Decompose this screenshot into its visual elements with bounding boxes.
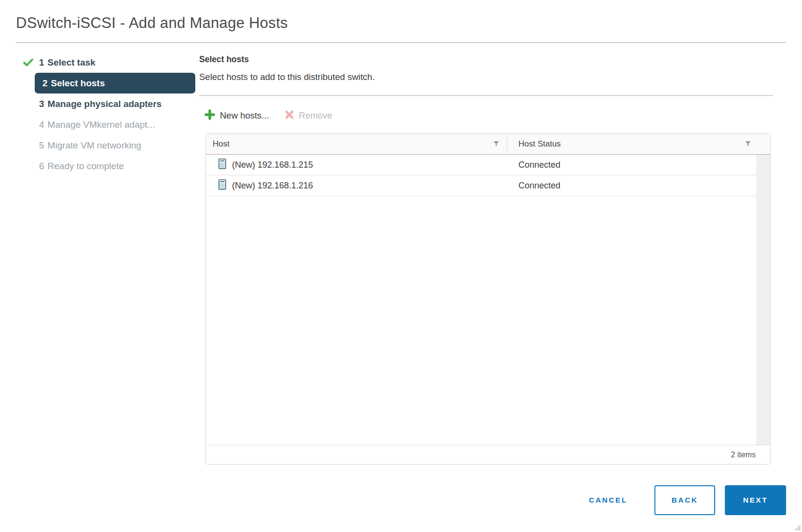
title-divider	[16, 42, 786, 43]
back-button[interactable]: BACK	[654, 485, 715, 515]
table-row[interactable]: (New) 192.168.1.215 Connected	[206, 155, 770, 175]
filter-icon[interactable]	[493, 139, 499, 149]
table-scrollbar[interactable]	[757, 155, 770, 445]
table-header: Host Host Status	[206, 134, 770, 155]
section-divider	[199, 95, 773, 96]
cancel-button[interactable]: CANCEL	[577, 485, 639, 515]
remove-x-icon	[285, 110, 294, 122]
remove-label: Remove	[299, 110, 332, 121]
new-hosts-button[interactable]: New hosts...	[204, 109, 269, 122]
step-label: Select hosts	[51, 78, 105, 88]
wizard-step-list: 1Select task 2Select hosts 3Manage physi…	[23, 52, 195, 176]
column-header-host-status[interactable]: Host Status	[507, 134, 770, 154]
step-label: Manage VMkernel adapt...	[48, 120, 155, 130]
step-select-hosts[interactable]: 2Select hosts	[23, 73, 195, 93]
step-manage-physical-adapters[interactable]: 3Manage physical adapters	[23, 93, 195, 114]
step-label: Ready to complete	[48, 161, 124, 171]
next-button[interactable]: NEXT	[725, 485, 786, 515]
new-hosts-label: New hosts...	[220, 110, 269, 121]
host-status: Connected	[507, 160, 770, 170]
check-icon	[23, 58, 34, 67]
host-icon	[218, 159, 226, 172]
items-count: 2 items	[731, 451, 756, 459]
column-header-host[interactable]: Host	[206, 134, 507, 154]
add-and-manage-hosts-dialog: DSwitch-iSCSI - Add and Manage Hosts 1Se…	[0, 0, 802, 532]
hosts-toolbar: New hosts... Remove	[204, 106, 332, 125]
step-number: 2	[42, 78, 48, 88]
table-footer: 2 items	[206, 445, 770, 464]
step-label: Migrate VM networking	[48, 140, 141, 150]
page-title: DSwitch-iSCSI - Add and Manage Hosts	[16, 14, 288, 32]
resize-grip-icon[interactable]	[793, 523, 801, 531]
step-label: Manage physical adapters	[48, 99, 162, 109]
section-title: Select hosts	[199, 54, 249, 65]
step-select-task[interactable]: 1Select task	[23, 52, 195, 73]
host-icon	[218, 179, 226, 192]
hosts-table: Host Host Status	[205, 133, 771, 465]
section-description: Select hosts to add to this distributed …	[199, 72, 375, 82]
step-number: 1	[39, 57, 44, 67]
host-name: (New) 192.168.1.215	[232, 160, 313, 170]
step-ready-to-complete: 6Ready to complete	[23, 156, 195, 176]
filter-icon[interactable]	[745, 139, 751, 149]
table-row[interactable]: (New) 192.168.1.216 Connected	[206, 175, 770, 196]
remove-button: Remove	[285, 110, 332, 122]
step-migrate-vm-networking: 5Migrate VM networking	[23, 135, 195, 156]
step-number: 4	[39, 120, 44, 130]
step-number: 6	[39, 161, 44, 171]
host-status: Connected	[507, 181, 770, 191]
host-name: (New) 192.168.1.216	[232, 181, 313, 191]
plus-icon	[204, 109, 215, 122]
step-manage-vmkernel-adapters: 4Manage VMkernel adapt...	[23, 114, 195, 135]
step-number: 3	[39, 99, 44, 109]
step-number: 5	[39, 140, 44, 150]
step-label: Select task	[48, 57, 95, 67]
